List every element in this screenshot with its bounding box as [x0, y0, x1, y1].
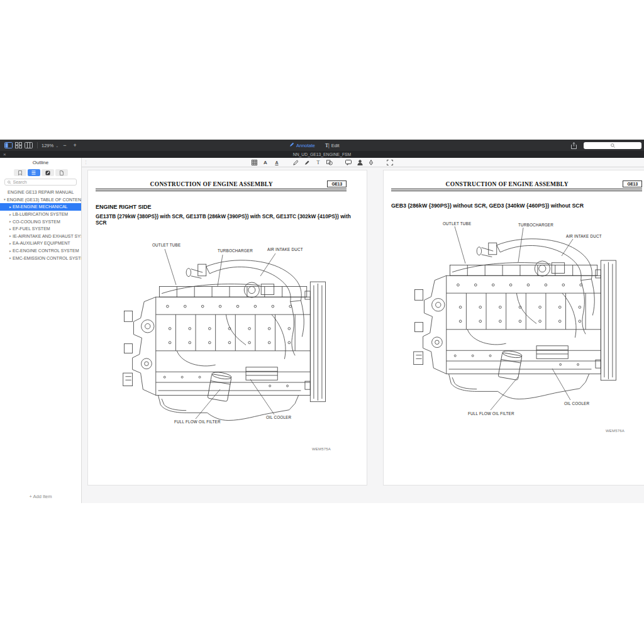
- bookmark-icon: [18, 170, 22, 175]
- search-icon: [611, 143, 615, 148]
- toolbar-divider: [37, 142, 38, 148]
- share-icon[interactable]: [569, 142, 579, 150]
- main-region: ENGINE GE13 REPAIR MANUAL ▾ENGINE (GE13)…: [0, 167, 644, 503]
- thumbnails-view-icon[interactable]: [13, 142, 23, 150]
- chevron-collapsed-icon: ▸: [8, 234, 13, 238]
- label-turbocharger: TURBOCHARGER: [218, 248, 253, 253]
- outline-item-table-of-contents[interactable]: ▾ENGINE (GE13) TABLE OF CONTENTS: [0, 196, 81, 204]
- stamp-grid-icon[interactable]: [251, 159, 257, 166]
- engine-diagram-illustration: [88, 170, 368, 485]
- drag-handle-icon[interactable]: ⋮: [84, 160, 88, 165]
- text-edit-icon: T|: [325, 143, 330, 148]
- outline-item-emc-emission-control[interactable]: ▸EMC-EMISSION CONTROL SYSTEM: [0, 254, 81, 262]
- page-icon: [60, 170, 64, 175]
- pdf-page-left[interactable]: CONSTRUCTION OF ENGINE ASSEMBLY GE13 ENG…: [87, 170, 367, 486]
- outline-tree: ENGINE GE13 REPAIR MANUAL ▾ENGINE (GE13)…: [0, 189, 81, 262]
- engine-diagram-illustration: [384, 170, 644, 485]
- shapes-icon[interactable]: [326, 159, 333, 166]
- outline-item-co-cooling[interactable]: ▸CO-COOLING SYSTEM: [0, 218, 81, 225]
- outline-item-em-engine-mechanical[interactable]: ▸EM-ENGINE MECHANICAL: [0, 203, 81, 211]
- sub-toolbar: Outline ⋮ A A T: [0, 158, 644, 167]
- outline-list-icon: [31, 170, 36, 175]
- annotate-tab[interactable]: Annotate: [289, 142, 315, 148]
- tab-bookmarks[interactable]: [14, 169, 26, 176]
- tab-annotations[interactable]: [42, 169, 54, 176]
- highlight-text-icon[interactable]: A: [262, 159, 269, 166]
- zoom-level[interactable]: 129%: [42, 143, 53, 148]
- tab-pages[interactable]: [55, 169, 68, 176]
- label-full-flow-oil-filter: FULL FLOW OIL FILTER: [174, 419, 221, 424]
- chevron-collapsed-icon: ▸: [8, 219, 13, 223]
- sidebar-tab-switcher: [0, 169, 81, 176]
- outline-sidebar: ENGINE GE13 REPAIR MANUAL ▾ENGINE (GE13)…: [0, 167, 82, 503]
- document-tab-title[interactable]: NN_UD_GE13_ENGINE_FSM: [293, 152, 352, 157]
- comment-icon[interactable]: [345, 159, 352, 166]
- edit-tab[interactable]: T| Edit: [325, 143, 340, 148]
- annotation-toolbar: ⋮ A A T: [82, 158, 644, 167]
- tab-outline[interactable]: [28, 169, 40, 176]
- pen-icon: [289, 142, 294, 148]
- pdf-page-right[interactable]: CONSTRUCTION OF ENGINE ASSEMBLY GE13 GEB…: [383, 170, 644, 486]
- chevron-collapsed-icon: ▸: [8, 242, 13, 245]
- outline-item-ie-airintake-exhaust[interactable]: ▸IE-AIRINTAKE AND EXHAUST SYSTEM: [0, 233, 81, 240]
- marker-icon[interactable]: [304, 159, 310, 166]
- label-air-intake-duct: AIR INTAKE DUCT: [267, 247, 303, 252]
- label-outlet-tube: OUTLET TUBE: [443, 221, 471, 226]
- sidebar-panel-title: Outline: [0, 158, 82, 167]
- outline-item-ec-engine-control[interactable]: ▸EC-ENGINE CONTROL SYSTEM: [0, 247, 81, 255]
- annotations-icon: [45, 170, 50, 175]
- label-air-intake-duct: AIR INTAKE DUCT: [566, 234, 602, 238]
- chevron-collapsed-icon: ▸: [8, 256, 13, 260]
- signature-icon[interactable]: [357, 159, 363, 166]
- chevron-collapsed-icon: ▸: [8, 227, 13, 231]
- label-oil-cooler: OIL COOLER: [564, 401, 589, 406]
- label-oil-cooler: OIL COOLER: [266, 415, 291, 419]
- zoom-out-button[interactable]: −: [60, 142, 69, 148]
- pdf-app-window: 129% ⌄ − + Annotate T| Edit × NN: [0, 140, 644, 503]
- sidebar-toggle-icon[interactable]: [3, 142, 13, 150]
- label-turbocharger: TURBOCHARGER: [518, 223, 553, 227]
- pencil-icon[interactable]: [292, 159, 299, 166]
- chevron-collapsed-icon: ▸: [8, 249, 13, 253]
- document-area: CONSTRUCTION OF ENGINE ASSEMBLY GE13 ENG…: [82, 167, 644, 503]
- chevron-collapsed-icon: ▸: [8, 213, 13, 216]
- outline-item-lb-lubrication[interactable]: ▸LB-LUBRICATION SYSTEM: [0, 211, 81, 218]
- search-icon: [8, 180, 11, 184]
- selection-corners-icon[interactable]: [387, 159, 393, 166]
- top-toolbar: 129% ⌄ − + Annotate T| Edit: [0, 140, 644, 151]
- add-item-button[interactable]: + Add Item: [0, 494, 81, 499]
- text-tool-icon[interactable]: T: [315, 159, 321, 166]
- tab-bar: × NN_UD_GE13_ENGINE_FSM: [0, 151, 644, 158]
- label-outlet-tube: OUTLET TUBE: [152, 243, 180, 247]
- underline-text-icon[interactable]: A: [274, 159, 280, 166]
- outline-item-repair-manual[interactable]: ENGINE GE13 REPAIR MANUAL: [0, 189, 81, 196]
- outline-search: [4, 179, 77, 186]
- outline-item-ea-auxiliary[interactable]: ▸EA-AUXILIARY EQUIPMENT: [0, 240, 81, 247]
- stamp-pen-icon[interactable]: [368, 159, 374, 166]
- figure-id: WEM575A: [312, 447, 331, 451]
- chevron-collapsed-icon: ▸: [8, 205, 13, 209]
- label-full-flow-oil-filter: FULL FLOW OIL FILTER: [468, 411, 514, 416]
- close-tab-icon[interactable]: ×: [3, 151, 6, 158]
- figure-id: WEM576A: [606, 429, 625, 433]
- search-input[interactable]: [584, 142, 641, 149]
- chevron-expanded-icon: ▾: [3, 197, 7, 201]
- outline-search-input[interactable]: [13, 180, 74, 184]
- outline-item-ef-fuel[interactable]: ▸EF-FUEL SYSTEM: [0, 225, 81, 233]
- page-view-icon[interactable]: [23, 142, 33, 150]
- zoom-in-button[interactable]: +: [70, 142, 79, 148]
- chevron-down-icon[interactable]: ⌄: [55, 143, 58, 148]
